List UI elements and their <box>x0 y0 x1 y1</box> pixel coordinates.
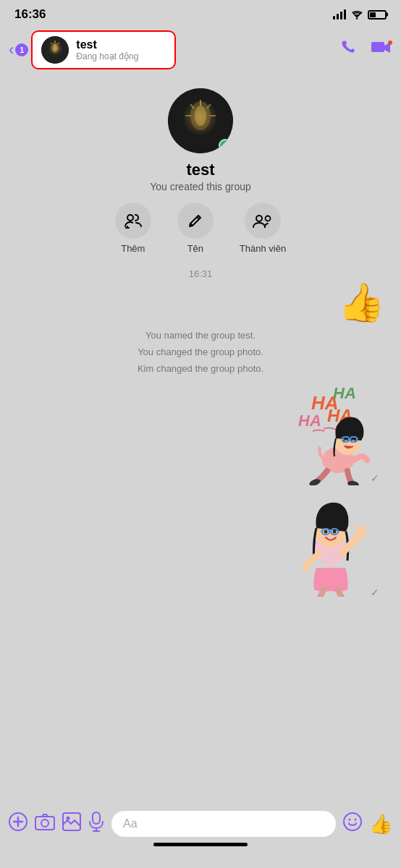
messages-area: 16:31 👍 You named the group test. You ch… <box>0 261 401 604</box>
status-icons <box>333 9 387 20</box>
svg-point-8 <box>388 41 392 45</box>
add-member-button[interactable]: Thêm <box>115 203 151 254</box>
rename-button[interactable]: Tên <box>177 203 214 254</box>
timestamp: 16:31 <box>10 268 391 279</box>
bottom-bar-inner: Aa 👍 <box>9 811 392 837</box>
back-button[interactable]: ‹ 1 <box>9 41 28 59</box>
svg-rect-50 <box>35 817 54 830</box>
svg-line-46 <box>356 526 358 529</box>
second-sticker-svg <box>277 495 385 597</box>
signal-bars-icon <box>333 9 346 20</box>
svg-rect-7 <box>371 42 384 52</box>
add-member-label: Thêm <box>121 243 145 254</box>
contact-status: Đang hoạt động <box>76 51 138 61</box>
rename-icon-circle <box>177 203 214 239</box>
status-bar: 16:36 <box>0 0 401 26</box>
bottom-toolbar: Aa 👍 <box>0 805 401 868</box>
contact-name: test <box>76 38 138 51</box>
thumbs-up-icon: 👍 <box>338 284 385 321</box>
svg-line-32 <box>357 438 358 439</box>
svg-point-53 <box>67 817 70 820</box>
gallery-button[interactable] <box>62 812 81 835</box>
profile-avatar-large <box>168 88 233 153</box>
svg-line-31 <box>341 438 342 439</box>
system-message-3: Kim changed the group photo. <box>10 363 391 374</box>
back-badge: 1 <box>15 43 28 56</box>
svg-line-40 <box>338 531 339 532</box>
online-indicator <box>219 139 232 152</box>
rename-label: Tên <box>187 243 203 254</box>
svg-rect-54 <box>93 812 100 824</box>
members-icon-circle <box>245 203 281 239</box>
svg-line-45 <box>364 526 366 529</box>
profile-subtitle: You created this group <box>150 181 251 192</box>
header: ‹ 1 test Đang hoạt động <box>0 26 401 74</box>
thumbs-up-button[interactable]: 👍 <box>369 813 392 835</box>
system-message-2: You changed the group photo. <box>10 346 391 357</box>
haha-sticker-svg: HA HA HA HA <box>269 384 385 485</box>
svg-point-20 <box>256 216 262 221</box>
haha-sticker-message: HA HA HA HA <box>10 384 391 485</box>
members-button[interactable]: Thành viên <box>240 203 286 254</box>
message-read-icon: ✓ <box>371 472 379 484</box>
header-actions <box>339 38 392 61</box>
mic-button[interactable] <box>88 812 104 836</box>
video-icon[interactable] <box>371 40 392 60</box>
svg-text:HA: HA <box>298 412 321 430</box>
profile-section: test You created this group Thêm <box>115 81 286 261</box>
contact-name-status: test Đang hoạt động <box>76 38 138 61</box>
action-buttons: Thêm Tên <box>115 203 286 254</box>
battery-icon <box>368 10 387 20</box>
profile-name: test <box>186 161 214 179</box>
thumbs-up-message: 👍 <box>10 284 391 321</box>
svg-point-42 <box>333 530 337 534</box>
message-input[interactable]: Aa <box>111 811 336 837</box>
home-indicator <box>153 843 248 846</box>
contact-avatar-small <box>41 36 69 64</box>
svg-line-39 <box>321 531 322 532</box>
add-member-icon-circle <box>115 203 151 239</box>
svg-point-51 <box>41 820 48 827</box>
plus-button[interactable] <box>9 812 28 835</box>
contact-info-box[interactable]: test Đang hoạt động <box>31 30 176 69</box>
svg-point-58 <box>349 819 351 821</box>
status-time: 16:36 <box>14 7 46 22</box>
phone-icon[interactable] <box>339 38 358 61</box>
camera-button[interactable] <box>35 813 55 835</box>
wifi-icon <box>350 9 363 20</box>
svg-point-17 <box>127 215 133 221</box>
second-sticker-message: ✓ <box>10 495 391 597</box>
members-label: Thành viên <box>240 243 286 254</box>
emoji-button[interactable] <box>343 812 362 835</box>
system-message-1: You named the group test. <box>10 330 391 341</box>
svg-text:HA: HA <box>333 384 356 402</box>
svg-point-59 <box>355 819 357 821</box>
svg-point-57 <box>344 813 361 830</box>
chat-body: test You created this group Thêm <box>0 74 401 604</box>
second-message-read-icon: ✓ <box>371 587 379 598</box>
svg-point-21 <box>265 216 270 221</box>
svg-point-41 <box>324 530 328 534</box>
svg-point-0 <box>356 17 358 19</box>
profile-avatar-wrapper <box>168 88 233 153</box>
